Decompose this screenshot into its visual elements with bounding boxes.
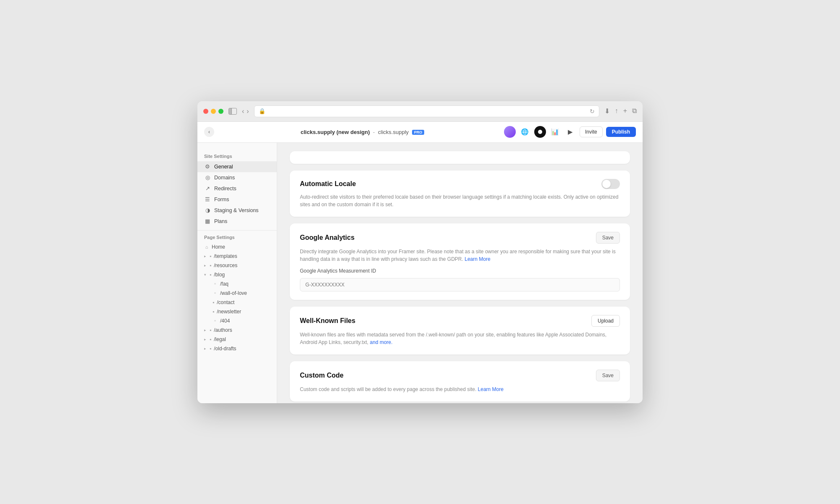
sidebar-divider — [197, 230, 277, 231]
folder-icon: ▪ — [210, 272, 211, 278]
folder-icon: ▪ — [210, 346, 211, 352]
title-separator: - — [373, 129, 375, 135]
browser-window: ‹ › 🔒 ↻ ⬇ ↑ + ⧉ ‹ clicks.supply (new des… — [197, 101, 643, 403]
page-icon: ▫ — [213, 318, 218, 323]
page-404-label: /404 — [220, 318, 230, 324]
well-known-upload-button[interactable]: Upload — [591, 315, 620, 327]
app-header: ‹ clicks.supply (new design) - clicks.su… — [197, 122, 643, 143]
google-analytics-description: Directly integrate Google Analytics into… — [300, 248, 620, 263]
folder-icon: ▪ — [210, 253, 211, 259]
forward-arrow-icon[interactable]: › — [247, 108, 249, 115]
avatar[interactable] — [504, 126, 516, 138]
page-item-home[interactable]: ⌂ Home — [197, 242, 277, 252]
automatic-locale-description: Auto-redirect site visitors to their pre… — [300, 193, 620, 208]
refresh-icon[interactable]: ↻ — [590, 108, 595, 115]
page-item-faq[interactable]: ▫ /faq — [197, 279, 277, 289]
back-arrow-icon[interactable]: ‹ — [242, 108, 244, 115]
record-icon-button[interactable] — [534, 126, 546, 138]
page-blog-label: /blog — [214, 272, 225, 278]
sidebar-toggle-button[interactable] — [228, 108, 237, 115]
play-icon-button[interactable]: ▶ — [564, 126, 576, 138]
domains-icon: ◎ — [204, 174, 211, 181]
folder-icon: ▪ — [213, 309, 214, 315]
back-chevron-icon: ‹ — [208, 129, 210, 135]
expander-icon: ▾ — [204, 273, 206, 277]
close-button[interactable] — [203, 109, 208, 114]
expander-icon: ▸ — [204, 263, 206, 268]
maximize-button[interactable] — [218, 109, 223, 114]
page-item-old-drafts[interactable]: ▸ ▪ /old-drafts — [197, 344, 277, 353]
redirects-icon: ↗ — [204, 185, 211, 192]
page-item-wall-of-love[interactable]: ▫ /wall-of-love — [197, 289, 277, 298]
new-tab-icon[interactable]: + — [623, 107, 627, 115]
google-analytics-card: Google Analytics Save Directly integrate… — [290, 223, 630, 300]
general-icon: ⚙ — [204, 163, 211, 170]
page-item-legal[interactable]: ▸ ▪ /legal — [197, 335, 277, 344]
expander-icon: ▸ — [204, 337, 206, 341]
sidebar-redirects-label: Redirects — [214, 186, 236, 192]
plans-icon: ▦ — [204, 218, 211, 225]
page-home-label: Home — [212, 244, 225, 250]
page-item-blog[interactable]: ▾ ▪ /blog — [197, 270, 277, 279]
sidebar-item-staging[interactable]: ◑ Staging & Versions — [197, 205, 277, 216]
analytics-icon-button[interactable]: 📊 — [549, 126, 561, 138]
sidebar-forms-label: Forms — [214, 197, 229, 202]
share-icon[interactable]: ↑ — [615, 107, 618, 115]
measurement-id-label: Google Analytics Measurement ID — [300, 268, 620, 274]
page-item-resources[interactable]: ▸ ▪ /resources — [197, 261, 277, 270]
page-item-templates[interactable]: ▸ ▪ /templates — [197, 252, 277, 261]
automatic-locale-header: Automatic Locale — [300, 179, 620, 189]
google-analytics-learn-more-link[interactable]: Learn More — [465, 256, 490, 262]
well-known-and-more-link[interactable]: and more. — [370, 339, 393, 345]
sidebar-general-label: General — [214, 164, 233, 170]
sidebar-item-plans[interactable]: ▦ Plans — [197, 216, 277, 227]
page-faq-label: /faq — [220, 281, 228, 287]
page-item-contact[interactable]: ▪ /contact — [197, 298, 277, 307]
custom-code-header: Custom Code Save — [300, 370, 620, 381]
partial-top-card — [290, 151, 630, 164]
header-title: clicks.supply (new design) - clicks.supp… — [221, 129, 504, 135]
well-known-files-header: Well-Known Files Upload — [300, 315, 620, 327]
nav-arrows: ‹ › — [242, 108, 249, 115]
automatic-locale-toggle[interactable] — [601, 179, 620, 189]
globe-icon-button[interactable]: 🌐 — [519, 126, 531, 138]
download-icon[interactable]: ⬇ — [604, 107, 610, 115]
pro-badge: PRO — [412, 130, 425, 135]
folder-icon: ▪ — [210, 336, 211, 342]
sidebar-domains-label: Domains — [214, 175, 235, 181]
home-icon: ⌂ — [204, 244, 209, 249]
sidebar-item-general[interactable]: ⚙ General — [197, 161, 277, 172]
page-templates-label: /templates — [214, 253, 237, 259]
page-contact-label: /contact — [217, 299, 234, 305]
sidebar-item-domains[interactable]: ◎ Domains — [197, 172, 277, 183]
custom-code-learn-more-link[interactable]: Learn More — [478, 386, 504, 392]
header-back-button[interactable]: ‹ — [204, 127, 214, 137]
page-item-404[interactable]: ▫ /404 — [197, 316, 277, 326]
measurement-id-input[interactable] — [300, 278, 620, 291]
tabs-icon[interactable]: ⧉ — [632, 107, 637, 115]
page-item-authors[interactable]: ▸ ▪ /authors — [197, 326, 277, 335]
automatic-locale-title: Automatic Locale — [300, 180, 356, 188]
site-name: clicks.supply (new design) — [301, 129, 370, 135]
sidebar-item-redirects[interactable]: ↗ Redirects — [197, 183, 277, 194]
invite-button[interactable]: Invite — [580, 126, 603, 137]
page-settings-label: Page Settings — [197, 235, 277, 240]
page-item-newsletter[interactable]: ▪ /newsletter — [197, 307, 277, 316]
well-known-files-description: Well-known files are files with metadata… — [300, 331, 620, 346]
svg-point-0 — [538, 130, 542, 134]
expander-icon: ▸ — [204, 254, 206, 258]
url-bar[interactable]: 🔒 ↻ — [254, 105, 599, 117]
traffic-lights — [203, 109, 223, 114]
publish-button[interactable]: Publish — [606, 127, 636, 137]
folder-icon: ▪ — [210, 327, 211, 333]
google-analytics-save-button[interactable]: Save — [596, 232, 620, 244]
page-old-drafts-label: /old-drafts — [214, 346, 236, 352]
custom-code-save-button[interactable]: Save — [596, 370, 620, 381]
browser-chrome: ‹ › 🔒 ↻ ⬇ ↑ + ⧉ — [197, 101, 643, 122]
sidebar-item-forms[interactable]: ☰ Forms — [197, 194, 277, 205]
custom-code-title: Custom Code — [300, 372, 344, 379]
google-analytics-header: Google Analytics Save — [300, 232, 620, 244]
custom-code-card: Custom Code Save Custom code and scripts… — [290, 361, 630, 402]
minimize-button[interactable] — [211, 109, 216, 114]
page-wall-label: /wall-of-love — [220, 290, 247, 296]
